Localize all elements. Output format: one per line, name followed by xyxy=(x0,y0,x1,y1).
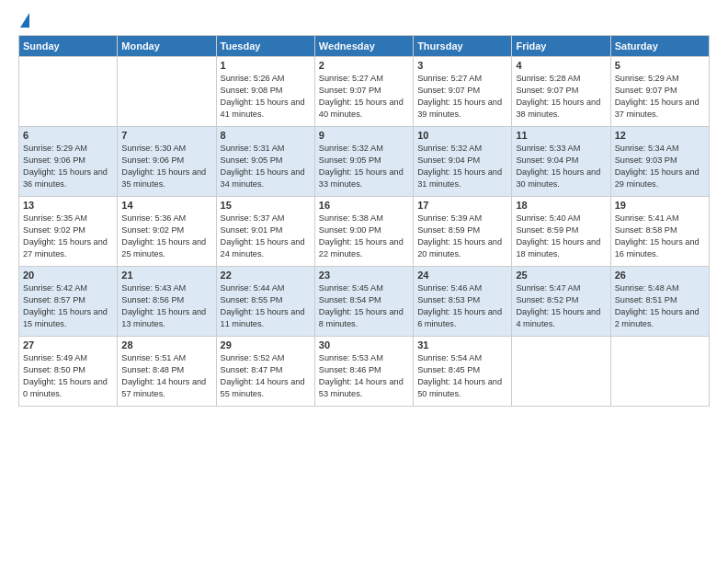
calendar-cell: 14Sunrise: 5:36 AM Sunset: 9:02 PM Dayli… xyxy=(118,197,216,267)
day-info: Sunrise: 5:29 AM Sunset: 9:07 PM Dayligh… xyxy=(615,73,705,121)
calendar: SundayMondayTuesdayWednesdayThursdayFrid… xyxy=(18,35,710,407)
day-number: 4 xyxy=(516,60,606,71)
day-info: Sunrise: 5:49 AM Sunset: 8:50 PM Dayligh… xyxy=(23,352,113,400)
calendar-cell: 4Sunrise: 5:28 AM Sunset: 9:07 PM Daylig… xyxy=(512,57,610,127)
day-info: Sunrise: 5:28 AM Sunset: 9:07 PM Dayligh… xyxy=(516,73,606,121)
day-number: 31 xyxy=(417,339,507,350)
calendar-cell: 8Sunrise: 5:31 AM Sunset: 9:05 PM Daylig… xyxy=(216,127,314,197)
day-number: 21 xyxy=(121,270,211,281)
calendar-cell: 27Sunrise: 5:49 AM Sunset: 8:50 PM Dayli… xyxy=(19,337,118,407)
calendar-cell: 26Sunrise: 5:48 AM Sunset: 8:51 PM Dayli… xyxy=(610,267,709,337)
day-info: Sunrise: 5:51 AM Sunset: 8:48 PM Dayligh… xyxy=(121,352,211,400)
calendar-cell: 9Sunrise: 5:32 AM Sunset: 9:05 PM Daylig… xyxy=(314,127,413,197)
day-info: Sunrise: 5:43 AM Sunset: 8:56 PM Dayligh… xyxy=(121,282,211,330)
day-number: 15 xyxy=(221,200,311,211)
day-info: Sunrise: 5:31 AM Sunset: 9:05 PM Dayligh… xyxy=(221,143,311,190)
day-number: 3 xyxy=(417,60,507,71)
day-number: 29 xyxy=(221,339,311,350)
day-info: Sunrise: 5:33 AM Sunset: 9:04 PM Dayligh… xyxy=(516,143,606,190)
calendar-cell: 24Sunrise: 5:46 AM Sunset: 8:53 PM Dayli… xyxy=(414,267,512,337)
day-number: 9 xyxy=(319,130,409,141)
day-info: Sunrise: 5:34 AM Sunset: 9:03 PM Dayligh… xyxy=(615,143,705,190)
calendar-cell: 2Sunrise: 5:27 AM Sunset: 9:07 PM Daylig… xyxy=(314,57,413,127)
day-number: 22 xyxy=(221,270,311,281)
day-info: Sunrise: 5:35 AM Sunset: 9:02 PM Dayligh… xyxy=(23,213,113,260)
calendar-week-5: 27Sunrise: 5:49 AM Sunset: 8:50 PM Dayli… xyxy=(19,337,710,407)
calendar-cell: 6Sunrise: 5:29 AM Sunset: 9:06 PM Daylig… xyxy=(19,127,118,197)
day-info: Sunrise: 5:42 AM Sunset: 8:57 PM Dayligh… xyxy=(23,282,113,330)
calendar-cell: 28Sunrise: 5:51 AM Sunset: 8:48 PM Dayli… xyxy=(118,337,216,407)
day-info: Sunrise: 5:47 AM Sunset: 8:52 PM Dayligh… xyxy=(516,282,606,330)
day-info: Sunrise: 5:27 AM Sunset: 9:07 PM Dayligh… xyxy=(319,73,409,121)
calendar-cell: 20Sunrise: 5:42 AM Sunset: 8:57 PM Dayli… xyxy=(19,267,118,337)
logo xyxy=(18,15,29,28)
calendar-header-thursday: Thursday xyxy=(414,36,512,57)
calendar-cell: 19Sunrise: 5:41 AM Sunset: 8:58 PM Dayli… xyxy=(610,197,709,267)
day-info: Sunrise: 5:44 AM Sunset: 8:55 PM Dayligh… xyxy=(221,282,311,330)
day-number: 24 xyxy=(417,270,507,281)
day-number: 27 xyxy=(23,339,113,350)
calendar-cell: 31Sunrise: 5:54 AM Sunset: 8:45 PM Dayli… xyxy=(414,337,512,407)
calendar-cell: 23Sunrise: 5:45 AM Sunset: 8:54 PM Dayli… xyxy=(314,267,413,337)
calendar-cell: 18Sunrise: 5:40 AM Sunset: 8:59 PM Dayli… xyxy=(512,197,610,267)
day-number: 20 xyxy=(23,270,113,281)
day-info: Sunrise: 5:53 AM Sunset: 8:46 PM Dayligh… xyxy=(319,352,409,400)
day-number: 13 xyxy=(23,200,113,211)
calendar-header-tuesday: Tuesday xyxy=(216,36,314,57)
day-number: 11 xyxy=(516,130,606,141)
day-number: 28 xyxy=(121,339,211,350)
day-info: Sunrise: 5:32 AM Sunset: 9:05 PM Dayligh… xyxy=(319,143,409,190)
day-info: Sunrise: 5:46 AM Sunset: 8:53 PM Dayligh… xyxy=(417,282,507,330)
day-info: Sunrise: 5:36 AM Sunset: 9:02 PM Dayligh… xyxy=(121,213,211,260)
calendar-cell: 17Sunrise: 5:39 AM Sunset: 8:59 PM Dayli… xyxy=(414,197,512,267)
calendar-cell: 3Sunrise: 5:27 AM Sunset: 9:07 PM Daylig… xyxy=(414,57,512,127)
calendar-cell: 29Sunrise: 5:52 AM Sunset: 8:47 PM Dayli… xyxy=(216,337,314,407)
day-number: 8 xyxy=(221,130,311,141)
day-info: Sunrise: 5:48 AM Sunset: 8:51 PM Dayligh… xyxy=(615,282,705,330)
day-number: 17 xyxy=(417,200,507,211)
day-info: Sunrise: 5:30 AM Sunset: 9:06 PM Dayligh… xyxy=(121,143,211,190)
day-info: Sunrise: 5:41 AM Sunset: 8:58 PM Dayligh… xyxy=(615,213,705,260)
day-info: Sunrise: 5:32 AM Sunset: 9:04 PM Dayligh… xyxy=(417,143,507,190)
calendar-header-wednesday: Wednesday xyxy=(314,36,413,57)
day-info: Sunrise: 5:52 AM Sunset: 8:47 PM Dayligh… xyxy=(221,352,311,400)
day-info: Sunrise: 5:26 AM Sunset: 9:08 PM Dayligh… xyxy=(221,73,311,121)
calendar-week-4: 20Sunrise: 5:42 AM Sunset: 8:57 PM Dayli… xyxy=(19,267,710,337)
calendar-cell: 22Sunrise: 5:44 AM Sunset: 8:55 PM Dayli… xyxy=(216,267,314,337)
calendar-cell: 15Sunrise: 5:37 AM Sunset: 9:01 PM Dayli… xyxy=(216,197,314,267)
calendar-cell: 11Sunrise: 5:33 AM Sunset: 9:04 PM Dayli… xyxy=(512,127,610,197)
calendar-cell xyxy=(19,57,118,127)
day-info: Sunrise: 5:39 AM Sunset: 8:59 PM Dayligh… xyxy=(417,213,507,260)
day-number: 1 xyxy=(221,60,311,71)
calendar-cell xyxy=(512,337,610,407)
page: SundayMondayTuesdayWednesdayThursdayFrid… xyxy=(0,0,728,563)
calendar-cell: 1Sunrise: 5:26 AM Sunset: 9:08 PM Daylig… xyxy=(216,57,314,127)
day-number: 16 xyxy=(319,200,409,211)
calendar-cell: 5Sunrise: 5:29 AM Sunset: 9:07 PM Daylig… xyxy=(610,57,709,127)
calendar-cell: 16Sunrise: 5:38 AM Sunset: 9:00 PM Dayli… xyxy=(314,197,413,267)
day-number: 25 xyxy=(516,270,606,281)
calendar-cell: 25Sunrise: 5:47 AM Sunset: 8:52 PM Dayli… xyxy=(512,267,610,337)
day-number: 18 xyxy=(516,200,606,211)
calendar-header-sunday: Sunday xyxy=(19,36,118,57)
day-info: Sunrise: 5:45 AM Sunset: 8:54 PM Dayligh… xyxy=(319,282,409,330)
calendar-header-friday: Friday xyxy=(512,36,610,57)
day-number: 23 xyxy=(319,270,409,281)
day-number: 5 xyxy=(615,60,705,71)
day-info: Sunrise: 5:38 AM Sunset: 9:00 PM Dayligh… xyxy=(319,213,409,260)
calendar-cell: 12Sunrise: 5:34 AM Sunset: 9:03 PM Dayli… xyxy=(610,127,709,197)
calendar-header-monday: Monday xyxy=(118,36,216,57)
day-info: Sunrise: 5:27 AM Sunset: 9:07 PM Dayligh… xyxy=(417,73,507,121)
day-number: 30 xyxy=(319,339,409,350)
calendar-cell: 13Sunrise: 5:35 AM Sunset: 9:02 PM Dayli… xyxy=(19,197,118,267)
day-number: 12 xyxy=(615,130,705,141)
day-number: 10 xyxy=(417,130,507,141)
day-number: 7 xyxy=(121,130,211,141)
calendar-week-2: 6Sunrise: 5:29 AM Sunset: 9:06 PM Daylig… xyxy=(19,127,710,197)
calendar-cell xyxy=(610,337,709,407)
day-info: Sunrise: 5:29 AM Sunset: 9:06 PM Dayligh… xyxy=(23,143,113,190)
day-number: 6 xyxy=(23,130,113,141)
header xyxy=(18,15,710,28)
day-number: 2 xyxy=(319,60,409,71)
calendar-cell: 10Sunrise: 5:32 AM Sunset: 9:04 PM Dayli… xyxy=(414,127,512,197)
